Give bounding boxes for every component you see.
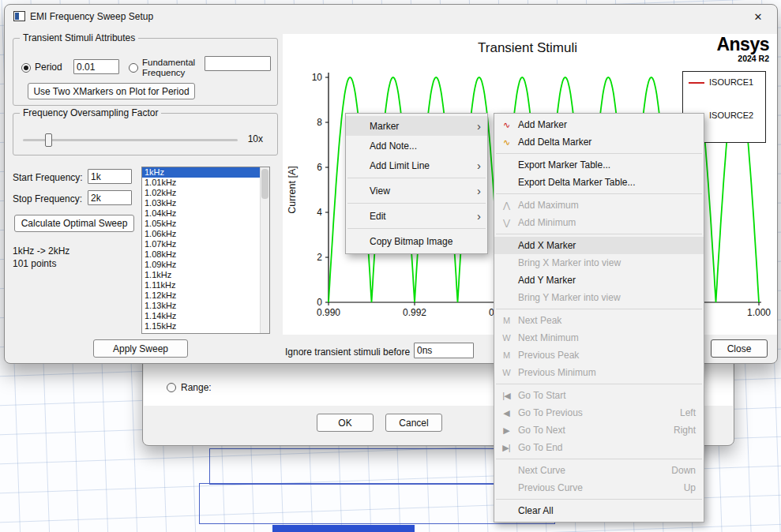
stop-frequency-input[interactable] (88, 190, 132, 205)
menu-item-next-minimum: WNext Minimum (494, 329, 704, 347)
svg-text:10: 10 (312, 72, 323, 83)
frequency-list-item[interactable]: 1.09kHz (142, 260, 262, 270)
menu-item-add-x-marker[interactable]: Add X Marker (494, 237, 704, 254)
fundamental-frequency-input[interactable] (205, 56, 271, 71)
menu-item-label: Add Limit Line (370, 160, 430, 171)
menu-item-copy-bitmap-image[interactable]: Copy Bitmap Image (346, 231, 487, 251)
menu-separator (347, 178, 486, 178)
attributes-groupbox: Transient Stimuli Attributes Period Fund… (13, 38, 278, 106)
svg-text:1.000: 1.000 (747, 307, 771, 318)
title-bar[interactable]: EMI Frequency Sweep Setup ✕ (5, 5, 777, 28)
frequency-list-item[interactable]: 1.02kHz (142, 188, 262, 198)
svg-text:0.990: 0.990 (317, 307, 340, 318)
apply-sweep-button[interactable]: Apply Sweep (93, 339, 188, 358)
menu-item-label: Marker (370, 121, 399, 132)
menu-item-go-to-end: ▶|Go To End (494, 439, 704, 456)
next-minimum-icon: W (494, 333, 518, 343)
svg-text:Current [A]: Current [A] (287, 166, 298, 213)
svg-text:0: 0 (317, 297, 322, 308)
frequency-list-item[interactable]: 1.04kHz (142, 208, 262, 219)
menu-item-label: Add Delta Marker (518, 137, 591, 148)
menu-item-label: Add Maximum (518, 200, 579, 211)
frequency-list-item[interactable]: 1.08kHz (142, 249, 262, 260)
scrollbar-thumb[interactable] (261, 169, 268, 199)
plot-context-menu: Marker›Add Note...Add Limit Line›View›Ed… (345, 113, 488, 254)
submenu-arrow-icon: › (477, 122, 481, 130)
menu-item-add-note[interactable]: Add Note... (346, 136, 487, 155)
frequency-list-scrollbar[interactable] (260, 167, 269, 333)
legend-line-swatch (689, 82, 704, 84)
range-radio[interactable] (167, 383, 176, 392)
menu-item-label: Add Minimum (518, 217, 576, 228)
menu-shortcut: Up (668, 482, 696, 493)
menu-item-edit[interactable]: Edit› (346, 206, 487, 226)
menu-item-label: Clear All (518, 505, 554, 516)
frequency-list-item[interactable]: 1kHz (142, 167, 262, 178)
ignore-transient-label: Ignore transient stimuli before (285, 347, 410, 358)
menu-item-label: Previous Peak (518, 350, 579, 361)
frequency-list-item[interactable]: 1.12kHz (142, 290, 262, 301)
frequency-list-item[interactable]: 1.06kHz (142, 229, 262, 239)
frequency-list[interactable]: 1kHz1.01kHz1.02kHz1.03kHz1.04kHz1.05kHz1… (141, 167, 270, 334)
oversampling-slider-track[interactable] (23, 139, 238, 141)
menu-separator (496, 459, 702, 459)
close-icon[interactable]: ✕ (749, 9, 768, 24)
cancel-button[interactable]: Cancel (385, 414, 442, 432)
menu-item-clear-all[interactable]: Clear All (494, 502, 704, 519)
ignore-transient-input[interactable] (414, 343, 474, 358)
menu-item-previous-minimum: WPrevious Minimum (494, 364, 704, 381)
go-start-icon: |◀ (494, 391, 518, 401)
oversampling-factor-value: 10x (248, 133, 263, 144)
menu-item-label: View (370, 185, 390, 197)
frequency-list-item[interactable]: 1.13kHz (142, 301, 262, 311)
menu-item-label: Go To End (518, 442, 562, 453)
menu-item-export-delta-marker-table[interactable]: Export Delta Marker Table... (494, 174, 704, 191)
sweep-range-text: 1kHz -> 2kHz (13, 245, 69, 257)
menu-item-view[interactable]: View› (346, 181, 487, 200)
frequency-list-item[interactable]: 1.03kHz (142, 198, 262, 208)
calculate-optimal-sweep-button[interactable]: Calculate Optimal Sweep (14, 215, 134, 232)
menu-item-marker[interactable]: Marker› (346, 116, 487, 136)
menu-item-label: Export Marker Table... (518, 159, 610, 170)
frequency-list-item[interactable]: 1.01kHz (142, 178, 262, 188)
menu-item-label: Go To Previous (518, 407, 583, 418)
menu-item-label: Next Peak (518, 315, 561, 326)
menu-item-label: Edit (370, 211, 386, 222)
frequency-list-item[interactable]: 1.11kHz (142, 280, 262, 290)
period-input[interactable] (73, 59, 119, 74)
menu-shortcut: Left (664, 407, 696, 418)
marker-icon: ∿ (494, 120, 518, 130)
use-xmarkers-button[interactable]: Use Two XMarkers on Plot for Period (28, 83, 195, 99)
menu-item-export-marker-table[interactable]: Export Marker Table... (494, 156, 704, 174)
start-frequency-input[interactable] (88, 169, 132, 184)
menu-separator (496, 234, 702, 234)
legend-label: ISOURCE2 (709, 111, 753, 120)
menu-item-add-limit-line[interactable]: Add Limit Line› (346, 155, 487, 175)
menu-separator (496, 193, 702, 194)
menu-item-next-peak: MNext Peak (494, 312, 704, 329)
ok-button[interactable]: OK (317, 414, 374, 432)
period-radio[interactable] (21, 63, 31, 73)
frequency-list-item[interactable]: 1.15kHz (142, 321, 262, 332)
fundamental-radio[interactable] (129, 63, 138, 73)
frequency-list-item[interactable]: 1.14kHz (142, 311, 262, 321)
dialog-title: EMI Frequency Sweep Setup (30, 11, 153, 22)
menu-item-label: Add Y Marker (518, 275, 576, 286)
menu-item-label: Previous Minimum (518, 367, 596, 378)
menu-item-add-marker[interactable]: ∿Add Marker (494, 116, 704, 133)
frequency-list-item[interactable]: 1.05kHz (142, 219, 262, 229)
menu-item-add-y-marker[interactable]: Add Y Marker (494, 272, 704, 289)
frequency-list-item[interactable]: 1.07kHz (142, 239, 262, 249)
close-button[interactable]: Close (711, 339, 768, 358)
menu-item-go-to-next: ▶Go To NextRight (494, 421, 704, 439)
menu-item-label: Bring Y Marker into view (518, 292, 621, 303)
menu-item-add-delta-marker[interactable]: ∿Add Delta Marker (494, 133, 704, 151)
menu-item-previous-peak: MPrevious Peak (494, 347, 704, 364)
frequency-list-item[interactable]: 1.1kHz (142, 270, 262, 280)
previous-peak-icon: M (494, 350, 518, 360)
oversampling-slider-thumb[interactable] (45, 133, 52, 147)
menu-item-bring-y-marker-into-view: Bring Y Marker into view (494, 289, 704, 306)
menu-shortcut: Right (658, 425, 696, 436)
menu-item-label: Add Marker (518, 119, 567, 130)
menu-separator (496, 153, 702, 154)
